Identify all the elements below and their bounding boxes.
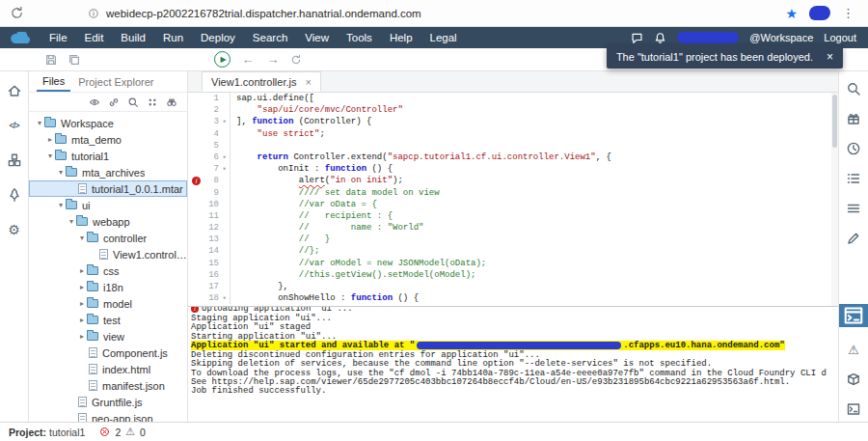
- code-line-2: 2 "sap/ui/core/mvc/Controller": [188, 104, 838, 116]
- editor-scrollbar[interactable]: [831, 93, 838, 306]
- chevron-right-icon[interactable]: ▸: [77, 283, 87, 291]
- chevron-down-icon[interactable]: ▾: [56, 168, 66, 177]
- error-count[interactable]: 2: [115, 427, 121, 438]
- search-files-icon[interactable]: [127, 96, 139, 108]
- search-icon[interactable]: [846, 81, 861, 96]
- workspace-label[interactable]: @Workspace: [749, 32, 813, 43]
- menu-tools[interactable]: Tools: [338, 32, 381, 43]
- chevron-down-icon[interactable]: ▾: [45, 152, 55, 160]
- detail-list-icon[interactable]: [846, 171, 861, 186]
- tree-item-tutorial1_0.0.1.mtar[interactable]: tutorial1_0.0.1.mtar: [29, 180, 187, 197]
- chevron-right-icon[interactable]: ▸: [77, 266, 87, 275]
- folder-icon: [87, 283, 98, 291]
- navigate-back-icon[interactable]: ←: [240, 52, 256, 67]
- chevron-right-icon[interactable]: ▸: [77, 299, 87, 308]
- binoculars-icon[interactable]: [166, 96, 177, 108]
- chevron-down-icon[interactable]: ▾: [56, 201, 66, 209]
- page-info-icon[interactable]: [88, 8, 99, 19]
- tree-item-ui[interactable]: ▾ui: [29, 197, 187, 213]
- code-editor[interactable]: 1sap.ui.define([2 "sap/ui/core/mvc/Contr…: [188, 93, 838, 306]
- tree-item-view[interactable]: ▸view: [29, 328, 187, 345]
- chevron-down-icon[interactable]: ▾: [35, 119, 44, 127]
- fold-icon[interactable]: ▾: [219, 292, 230, 304]
- tree-item-Gruntfile.js[interactable]: Gruntfile.js: [29, 394, 187, 410]
- menu-build[interactable]: Build: [112, 32, 154, 43]
- home-icon[interactable]: [7, 83, 22, 98]
- menu-view[interactable]: View: [296, 32, 338, 43]
- run-button[interactable]: ▶: [214, 51, 231, 68]
- menu-file[interactable]: File: [41, 32, 76, 43]
- bookmark-star-icon[interactable]: ★: [785, 7, 798, 20]
- line-number: 15: [203, 258, 219, 269]
- errors-icon[interactable]: [99, 427, 110, 437]
- tree-item-mta_demo[interactable]: ▸mta_demo: [29, 131, 187, 148]
- logout-button[interactable]: Logout: [824, 32, 856, 43]
- feedback-chat-icon[interactable]: [631, 32, 643, 44]
- fold-icon[interactable]: ▾: [219, 116, 230, 127]
- tree-item-css[interactable]: ▸css: [29, 262, 187, 279]
- tree-item-View1.controller.js[interactable]: View1.controller.js: [29, 246, 187, 262]
- menu-items: FileEditBuildRunDeploySearchViewToolsHel…: [41, 32, 466, 43]
- warning-count[interactable]: 0: [140, 427, 146, 438]
- menu-help[interactable]: Help: [381, 32, 421, 43]
- list-icon[interactable]: [846, 201, 861, 216]
- editor-scrollbar-thumb[interactable]: [832, 95, 837, 148]
- tree-item-test[interactable]: ▸test: [29, 312, 187, 328]
- tree-item-tutorial1[interactable]: ▾tutorial1: [29, 148, 187, 164]
- tree-item-webapp[interactable]: ▾webapp: [29, 213, 187, 230]
- last-edit-location-icon[interactable]: [290, 54, 302, 66]
- tree-item-controller[interactable]: ▾controller: [29, 230, 187, 246]
- chevron-right-icon[interactable]: ▸: [77, 316, 87, 324]
- notifications-bell-icon[interactable]: [654, 32, 666, 44]
- clock-icon[interactable]: [846, 141, 861, 156]
- cubes-icon[interactable]: [7, 152, 22, 168]
- rocket-icon[interactable]: [7, 187, 22, 203]
- package-icon[interactable]: [846, 372, 861, 387]
- chevron-right-icon[interactable]: ▸: [77, 332, 87, 341]
- chevron-right-icon[interactable]: ▸: [45, 135, 55, 144]
- warning-icon[interactable]: ⚠: [846, 342, 861, 357]
- menu-deploy[interactable]: Deploy: [192, 32, 244, 43]
- tree-item-mta_archives[interactable]: ▾mta_archives: [29, 164, 187, 180]
- chevron-down-icon[interactable]: ▾: [77, 234, 87, 242]
- console-panel-icon[interactable]: [839, 304, 868, 327]
- reload-icon[interactable]: [10, 6, 24, 20]
- editor-tab-view1-controller[interactable]: View1.controller.js ×: [202, 71, 321, 92]
- tree-item-label: view: [103, 331, 124, 343]
- tab-files[interactable]: Files: [37, 71, 70, 92]
- code-icon[interactable]: </>: [7, 118, 22, 133]
- save-all-icon[interactable]: [68, 53, 81, 67]
- terminal-icon[interactable]: [846, 401, 861, 417]
- link-icon[interactable]: [108, 96, 120, 108]
- fold-icon[interactable]: ▾: [219, 163, 230, 175]
- gear-icon[interactable]: ⚙: [7, 222, 22, 237]
- close-tab-icon[interactable]: ×: [305, 76, 311, 88]
- browser-menu-icon[interactable]: ⋮: [838, 6, 858, 20]
- url-text[interactable]: webidecp-p2002216782trial.dispatcher.han…: [106, 8, 421, 19]
- tree-item-neo-app.json[interactable]: neo-app.json: [29, 410, 187, 422]
- tree-item-index.html[interactable]: index.html: [29, 361, 187, 377]
- tree-item-manifest.json[interactable]: manifest.json: [29, 377, 187, 394]
- fold-icon[interactable]: ▾: [219, 152, 230, 163]
- tree-item-model[interactable]: ▸model: [29, 295, 187, 312]
- navigate-forward-icon[interactable]: →: [265, 52, 281, 67]
- profile-avatar-redacted[interactable]: [809, 6, 830, 20]
- warnings-icon[interactable]: ⚠: [125, 427, 135, 437]
- eye-icon[interactable]: [89, 96, 100, 108]
- tab-project-explorer[interactable]: Project Explorer: [72, 71, 159, 92]
- save-icon[interactable]: [44, 53, 58, 67]
- menu-edit[interactable]: Edit: [76, 32, 113, 43]
- address-bar[interactable]: webidecp-p2002216782trial.dispatcher.han…: [32, 8, 777, 19]
- tree-item-i18n[interactable]: ▸i18n: [29, 279, 187, 295]
- grid-dots-icon[interactable]: [147, 96, 158, 108]
- menu-search[interactable]: Search: [244, 32, 296, 43]
- toast-close-icon[interactable]: ×: [827, 50, 833, 64]
- pencil-icon[interactable]: [846, 231, 861, 246]
- menu-legal[interactable]: Legal: [421, 32, 466, 43]
- chevron-down-icon[interactable]: ▾: [67, 217, 76, 226]
- tree-item-Component.js[interactable]: Component.js: [29, 345, 187, 361]
- tree-item-Workspace[interactable]: ▾Workspace: [29, 115, 187, 131]
- folder-icon: [66, 201, 77, 209]
- gift-icon[interactable]: [846, 111, 861, 126]
- menu-run[interactable]: Run: [154, 32, 192, 43]
